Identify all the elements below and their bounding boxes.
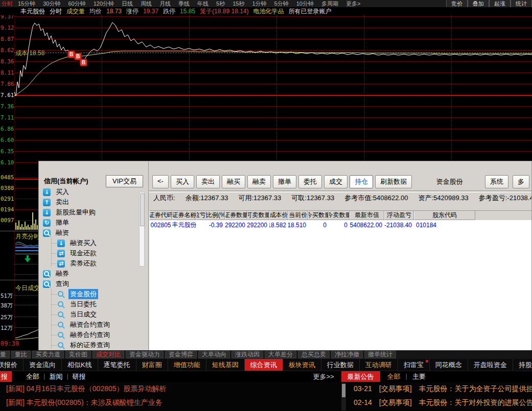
period-menu-item[interactable]: 15分钟 bbox=[18, 0, 35, 7]
function-tab[interactable]: 增值功能 bbox=[168, 359, 206, 371]
topbar-button[interactable]: 统计 bbox=[511, 0, 532, 7]
period-menu-item[interactable]: 5秒 bbox=[216, 0, 225, 7]
function-tab[interactable]: 持股基金 bbox=[513, 359, 532, 371]
news-filter[interactable]: 新闻 bbox=[49, 372, 62, 381]
function-tab[interactable]: 财富圈 bbox=[136, 359, 168, 371]
trade-menu-item[interactable]: 当日成交 bbox=[39, 309, 148, 320]
indicator-tab[interactable]: 量 bbox=[0, 351, 10, 358]
period-menu-item[interactable]: 30分钟 bbox=[43, 0, 60, 7]
trade-menu-item[interactable]: 查询 bbox=[39, 279, 148, 289]
indicator-tab[interactable]: 总买总卖 bbox=[298, 351, 330, 358]
column-header[interactable]: 浮动盈亏 bbox=[384, 211, 414, 220]
period-menu-item[interactable]: 15秒 bbox=[233, 0, 244, 7]
vip-trade-button[interactable]: VIP交易 bbox=[106, 175, 143, 187]
column-header[interactable]: 当前价 bbox=[288, 211, 308, 220]
system-button[interactable]: 系统 bbox=[485, 175, 508, 188]
topbar-button[interactable]: 起涨 bbox=[489, 0, 511, 7]
scrollbar-thumb[interactable] bbox=[140, 194, 145, 226]
period-menu-item[interactable]: 1分钟 bbox=[252, 0, 266, 7]
trade-menu-item[interactable]: 资金股份 bbox=[39, 289, 148, 299]
column-header[interactable]: 成本价 bbox=[269, 211, 288, 220]
trade-toolbar-button[interactable]: 撤单 bbox=[273, 175, 296, 188]
indicator-tab[interactable]: 净拉净撤 bbox=[331, 351, 363, 358]
trade-menu-item[interactable]: ↓新股批量申购 bbox=[39, 207, 148, 217]
period-tab-active[interactable]: 分时 bbox=[2, 0, 13, 7]
table-row[interactable]: 002805丰元股份-0.3929220029220018.58218.5100… bbox=[149, 220, 531, 230]
announcement-item[interactable]: 03-21[交易事项]丰元股份：关于为全资子公司提供担保 bbox=[354, 382, 532, 396]
column-header[interactable]: 证券代码 bbox=[149, 211, 172, 220]
trade-menu-item[interactable]: ↓融资买入 bbox=[39, 238, 148, 248]
indicator-tab[interactable]: 资金博弈 bbox=[165, 351, 197, 358]
period-menu-item[interactable]: 年线 bbox=[197, 0, 209, 7]
news-left-tab[interactable]: 报 bbox=[0, 371, 12, 382]
trade-menu-item[interactable]: 融资 bbox=[39, 228, 148, 238]
latest-announcements-tab[interactable]: 最新公告 bbox=[341, 371, 380, 382]
period-menu-item[interactable]: 10分钟 bbox=[296, 0, 314, 7]
trade-toolbar-button[interactable]: 成交 bbox=[324, 175, 348, 188]
announcement-item[interactable]: 02-14[交易事项]丰元股份：关于对外投资的进展公告 bbox=[354, 396, 532, 409]
column-header[interactable]: 今卖数量 bbox=[329, 211, 350, 220]
indicator-tab[interactable]: 竞价图 bbox=[65, 351, 91, 358]
function-tab[interactable]: 板块资讯 bbox=[283, 359, 321, 371]
column-header[interactable]: 盈亏比例(%) bbox=[196, 211, 225, 220]
trade-menu-item[interactable]: 融资合约查询 bbox=[39, 320, 148, 330]
function-tab[interactable]: 联报价 bbox=[0, 359, 24, 371]
period-menu-item[interactable]: 60分钟 bbox=[68, 0, 86, 7]
indicator-tab[interactable]: 涨跌动因 bbox=[232, 351, 263, 358]
function-tab[interactable]: 短线基因 bbox=[206, 359, 245, 371]
column-header[interactable]: 可卖数量 bbox=[247, 211, 269, 220]
indicator-tab[interactable]: 买卖力道 bbox=[32, 351, 64, 358]
trade-toolbar-button[interactable]: 融卖 bbox=[247, 175, 271, 188]
function-tab[interactable]: 相似K线 bbox=[62, 359, 98, 371]
news-scrollbar-thumb[interactable] bbox=[342, 384, 345, 397]
period-menu-item[interactable]: 季线 bbox=[178, 0, 190, 7]
trade-toolbar-button[interactable]: 买入 bbox=[171, 175, 194, 188]
column-header[interactable]: 今买数量 bbox=[308, 211, 329, 220]
trade-toolbar-button[interactable]: 融买 bbox=[222, 175, 245, 188]
indicator-tab[interactable]: 撤单统计 bbox=[364, 351, 396, 358]
period-menu-item[interactable]: 月线 bbox=[159, 0, 171, 7]
function-tab[interactable]: 同花概念 bbox=[430, 359, 468, 371]
function-tab[interactable]: 扫雷宝 bbox=[398, 359, 430, 371]
column-header[interactable]: 证券数量 bbox=[225, 211, 247, 220]
trade-toolbar-button[interactable]: 刷新数据 bbox=[375, 175, 412, 188]
trade-menu-item[interactable]: 当日委托 bbox=[39, 299, 148, 309]
system-button[interactable]: 多 bbox=[513, 175, 529, 188]
news-item[interactable]: [新闻] 丰元股份(002805)：未涉及碳酸锂生产业务 bbox=[6, 396, 336, 409]
indicator-tab[interactable]: 资金驱动力 bbox=[126, 351, 164, 358]
announcement-filter[interactable]: 主要 bbox=[412, 372, 426, 381]
news-item[interactable]: [新闻] 04月16日丰元股份（002805）股票异动解析 bbox=[6, 382, 336, 396]
trade-menu-item[interactable]: 融券合约查询 bbox=[39, 330, 148, 340]
column-header[interactable]: 最新市值 bbox=[350, 211, 384, 220]
period-menu-item[interactable]: 多周期 bbox=[321, 0, 338, 7]
function-tab[interactable]: 综合资讯 bbox=[245, 359, 283, 371]
period-menu-item[interactable]: 更多> bbox=[346, 0, 360, 7]
trade-menu-item[interactable]: ⇄现金还款 bbox=[39, 248, 148, 258]
trade-menu-item[interactable]: ⇄卖券还款 bbox=[39, 258, 148, 269]
trade-toolbar-button[interactable]: 委托 bbox=[298, 175, 322, 188]
indicator-tab[interactable]: 大单动向 bbox=[198, 351, 230, 358]
news-filter[interactable]: 全部 bbox=[26, 372, 39, 381]
news-filter[interactable]: 研报 bbox=[73, 372, 86, 381]
indicator-tab[interactable]: 成交对比 bbox=[92, 351, 124, 358]
topbar-button[interactable]: 竞价 bbox=[446, 0, 468, 7]
column-header[interactable]: 股东代码 bbox=[414, 211, 475, 220]
trade-menu-item[interactable]: ↻撤单 bbox=[39, 217, 148, 228]
period-menu-item[interactable]: 日线 bbox=[122, 0, 133, 7]
trade-toolbar-button[interactable]: 持仓 bbox=[350, 175, 373, 188]
trade-menu-item[interactable]: ↓买入 bbox=[39, 187, 148, 197]
indicator-tab[interactable]: 量比 bbox=[11, 351, 31, 358]
period-menu-item[interactable]: 120分钟 bbox=[94, 0, 114, 7]
function-tab[interactable]: 开盘啦资金 bbox=[468, 359, 513, 371]
function-tab[interactable]: 逐笔委托 bbox=[98, 359, 136, 371]
sidebar-scrollbar[interactable] bbox=[139, 192, 145, 267]
trade-menu-item[interactable]: 融券 bbox=[39, 269, 148, 279]
trade-toolbar-button[interactable]: 卖出 bbox=[196, 175, 220, 188]
topbar-button[interactable]: 叠加 bbox=[468, 0, 489, 7]
announcement-filter[interactable]: 全部 bbox=[387, 372, 401, 381]
function-tab[interactable]: 互动调研 bbox=[360, 359, 398, 371]
news-more-link[interactable]: 更多>> bbox=[313, 372, 334, 381]
period-menu-item[interactable]: 周线 bbox=[141, 0, 152, 7]
column-header[interactable]: 证券名称 bbox=[172, 211, 196, 220]
trade-menu-item[interactable]: ↑卖出 bbox=[39, 197, 148, 207]
